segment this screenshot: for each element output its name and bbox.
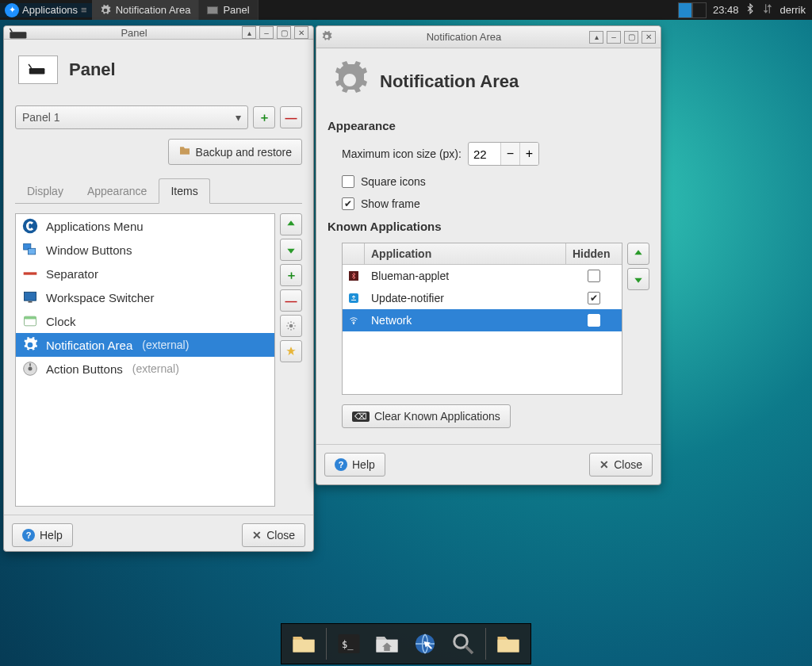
move-down-button[interactable] (627, 268, 649, 290)
maximize-button[interactable]: ▢ (277, 26, 291, 39)
help-button[interactable]: ? Help (324, 453, 385, 477)
move-up-button[interactable] (627, 243, 649, 265)
hidden-checkbox[interactable]: ✔ (588, 292, 600, 304)
max-icon-spin[interactable]: − + (468, 142, 539, 166)
dock-file-manager[interactable] (286, 626, 321, 661)
spin-up-button[interactable]: + (519, 143, 538, 165)
appearance-heading: Appearance (327, 119, 649, 132)
col-hidden[interactable]: Hidden (566, 243, 622, 264)
close-button[interactable]: ✕ (294, 26, 308, 39)
dock-search[interactable] (446, 626, 481, 661)
item-label: Applications Menu (46, 220, 144, 233)
max-icon-input[interactable] (469, 144, 500, 164)
minimize-button[interactable]: – (259, 26, 274, 39)
add-panel-button[interactable]: ＋ (253, 106, 275, 128)
taskbar-label: Notification Area (116, 4, 191, 16)
square-icons-label: Square icons (361, 175, 426, 188)
minimize-button[interactable]: – (607, 31, 621, 44)
tab-display[interactable]: Display (15, 178, 75, 204)
menu-indicator-icon: ≡ (81, 4, 87, 16)
titlebar[interactable]: Notification Area ▴ – ▢ ✕ (316, 26, 661, 48)
panel-item-row[interactable]: Notification Area(external) (16, 333, 274, 357)
external-tag: (external) (132, 362, 179, 375)
username-label[interactable]: derrik (779, 4, 806, 16)
known-app-row[interactable]: Network (343, 309, 622, 331)
close-button[interactable]: ✕ Close (242, 523, 305, 547)
remove-panel-button[interactable]: — (280, 106, 302, 128)
panel-item-row[interactable]: Workspace Switcher (16, 285, 274, 309)
known-app-row[interactable]: Blueman-applet (343, 265, 622, 287)
svg-rect-1 (29, 68, 45, 75)
item-icon (22, 218, 38, 234)
svg-text:$_: $_ (342, 639, 354, 650)
folder-icon (178, 144, 191, 159)
close-icon: ✕ (599, 458, 609, 471)
taskbar-button-panel[interactable]: Panel (199, 0, 258, 20)
item-label: Separator (46, 267, 98, 281)
workspace-switcher-icon[interactable] (678, 2, 707, 18)
dock-web-browser[interactable] (408, 626, 442, 661)
dock-home-folder[interactable] (370, 626, 404, 661)
dock-folder[interactable] (491, 626, 526, 661)
panel-item-row[interactable]: Window Buttons (16, 238, 274, 262)
item-about-button[interactable] (280, 340, 302, 362)
titlebar[interactable]: Panel ▴ – ▢ ✕ (4, 26, 313, 40)
panel-item-row[interactable]: Action Buttons(external) (16, 357, 274, 381)
panel-item-row[interactable]: Applications Menu (16, 214, 274, 238)
help-button[interactable]: ? Help (12, 523, 73, 547)
svg-rect-7 (29, 301, 33, 303)
col-application[interactable]: Application (365, 243, 566, 264)
taskbar-button-notification-area[interactable]: Notification Area (92, 0, 200, 20)
square-icons-checkbox[interactable] (342, 175, 354, 188)
help-label: Help (352, 458, 375, 471)
known-app-row[interactable]: Update-notifier✔ (343, 287, 622, 309)
spin-down-button[interactable]: − (500, 143, 519, 165)
svg-rect-4 (29, 248, 36, 255)
clear-known-button[interactable]: ⌫ Clear Known Applications (342, 404, 511, 428)
tray: 23:48 derrik (707, 3, 812, 17)
item-prefs-button[interactable] (280, 315, 302, 337)
col-icon[interactable] (343, 243, 365, 264)
dialog-header: Notification Area (327, 59, 649, 109)
shade-button[interactable]: ▴ (242, 26, 256, 39)
hidden-checkbox[interactable] (588, 314, 600, 327)
show-frame-checkbox[interactable]: ✔ (342, 197, 354, 210)
remove-item-button[interactable]: — (280, 289, 302, 312)
panel-select-combo[interactable]: Panel 1 ▾ (15, 105, 248, 129)
panel-item-row[interactable]: Separator (16, 262, 274, 285)
svg-rect-0 (10, 32, 26, 38)
panel-icon (207, 6, 218, 14)
external-tag: (external) (142, 339, 189, 351)
item-icon (22, 242, 38, 258)
add-item-button[interactable]: ＋ (280, 264, 302, 286)
known-apps-heading: Known Applications (327, 220, 649, 233)
backup-restore-button[interactable]: Backup and restore (168, 139, 302, 165)
applications-menu[interactable]: ✦ Applications ≡ (0, 3, 92, 17)
clear-label: Clear Known Applications (374, 410, 500, 423)
tab-appearance[interactable]: Appearance (75, 178, 159, 204)
items-list[interactable]: Applications MenuWindow ButtonsSeparator… (15, 213, 275, 507)
svg-rect-6 (25, 292, 36, 300)
show-frame-row[interactable]: ✔ Show frame (327, 197, 649, 210)
maximize-button[interactable]: ▢ (624, 31, 638, 44)
move-down-button[interactable] (280, 239, 302, 261)
close-button[interactable]: ✕ Close (589, 453, 653, 477)
footer: ? Help ✕ Close (4, 515, 313, 555)
app-name: Update-notifier (365, 289, 566, 307)
known-apps-table[interactable]: Application Hidden Blueman-appletUpdate-… (342, 243, 622, 395)
panel-item-row[interactable]: Clock (16, 309, 274, 333)
dock-terminal[interactable]: $_ (331, 626, 366, 661)
item-icon (22, 289, 38, 305)
shade-button[interactable]: ▴ (589, 31, 603, 44)
mouse-icon (9, 26, 21, 39)
tab-items[interactable]: Items (159, 178, 209, 204)
bluetooth-icon[interactable] (745, 3, 756, 17)
network-updown-icon[interactable] (762, 3, 773, 17)
square-icons-row[interactable]: Square icons (327, 175, 649, 188)
taskbar-label: Panel (223, 4, 249, 16)
close-label: Close (266, 529, 295, 542)
close-label: Close (614, 458, 642, 471)
close-button[interactable]: ✕ (642, 31, 656, 44)
hidden-checkbox[interactable] (588, 270, 600, 282)
move-up-button[interactable] (280, 213, 302, 235)
